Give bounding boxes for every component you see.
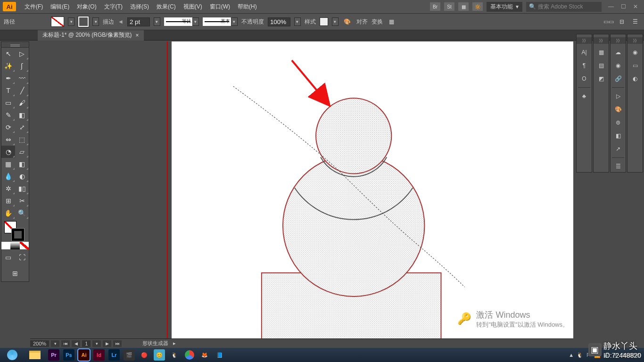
panel-collapse-icon[interactable] bbox=[577, 37, 592, 44]
taskbar-qq-icon[interactable]: 🐧 bbox=[169, 349, 180, 361]
align2-icon[interactable]: ⊟ bbox=[617, 16, 627, 27]
align-label[interactable]: 对齐 bbox=[356, 18, 368, 26]
gpu-icon[interactable]: 🔆 bbox=[472, 2, 483, 11]
symbols-panel-icon[interactable]: ♣ bbox=[578, 90, 590, 102]
canvas[interactable] bbox=[30, 41, 573, 338]
taskbar-notes-icon[interactable]: 📘 bbox=[214, 349, 225, 361]
panel-collapse-icon[interactable] bbox=[611, 37, 626, 44]
taskbar-explorer-icon[interactable] bbox=[25, 349, 44, 361]
last-artboard-icon[interactable]: ⏭ bbox=[113, 340, 122, 347]
tray-flag-icon[interactable]: 🏳 bbox=[586, 352, 591, 358]
libraries-panel-icon[interactable]: ☁ bbox=[612, 47, 624, 58]
export-panel-icon[interactable]: ↗ bbox=[612, 143, 624, 155]
symbol-sprayer-tool[interactable]: ✲ bbox=[1, 182, 15, 195]
graphic-styles-icon[interactable]: ▭ bbox=[629, 60, 641, 71]
fill-stroke-widget[interactable] bbox=[1, 219, 29, 242]
stock-button[interactable]: St bbox=[444, 2, 454, 11]
taskbar-photoshop-icon[interactable]: Ps bbox=[63, 349, 74, 361]
zoom-tool[interactable]: 🔍 bbox=[15, 207, 29, 219]
document-tab[interactable]: 未标题-1* @ 200% (RGB/像素预览) × bbox=[38, 30, 144, 41]
brushes-panel-icon[interactable]: ▷ bbox=[612, 90, 624, 102]
gradient-tool[interactable]: ◧ bbox=[15, 158, 29, 170]
recolor-icon[interactable]: 🎨 bbox=[342, 16, 353, 27]
width-tool[interactable]: ⇔ bbox=[1, 133, 15, 146]
curvature-tool[interactable]: 〰 bbox=[15, 72, 29, 84]
toolbox-grip[interactable] bbox=[1, 42, 29, 48]
taskbar-app-icon[interactable]: 😊 bbox=[154, 349, 165, 361]
tray-up-icon[interactable]: ▲ bbox=[569, 352, 574, 358]
width-profile[interactable]: 等比 bbox=[164, 17, 192, 26]
panel-collapse-icon[interactable] bbox=[594, 37, 609, 44]
stroke-panel-icon[interactable]: ⊚ bbox=[612, 117, 624, 128]
rectangle-tool[interactable]: ▭ bbox=[1, 97, 15, 109]
paragraph-panel-icon[interactable]: ¶ bbox=[578, 60, 590, 71]
taskbar-premiere-icon[interactable]: Pr bbox=[48, 349, 59, 361]
free-transform-tool[interactable]: ⬚ bbox=[15, 133, 29, 146]
gradient-panel-icon[interactable]: ◧ bbox=[612, 130, 624, 141]
stroke-weight-input[interactable] bbox=[127, 17, 150, 26]
pen-tool[interactable]: ✒ bbox=[1, 72, 15, 84]
close-tab-icon[interactable]: × bbox=[136, 32, 139, 39]
stroke-dropdown[interactable] bbox=[92, 17, 99, 26]
taskbar-firefox-icon[interactable]: 🦊 bbox=[199, 349, 210, 361]
transform-flyout-icon[interactable]: ▦ bbox=[387, 16, 397, 27]
tray-ime-icon[interactable]: ㊥ bbox=[613, 352, 618, 359]
menu-file[interactable]: 文件(F) bbox=[22, 2, 46, 12]
menu-select[interactable]: 选择(S) bbox=[127, 2, 152, 12]
color-mode-row[interactable] bbox=[1, 242, 29, 249]
mesh-tool[interactable]: ▦ bbox=[1, 158, 15, 170]
opentype-panel-icon[interactable]: O bbox=[578, 73, 590, 84]
menu-help[interactable]: 帮助(H) bbox=[235, 2, 260, 12]
menu-view[interactable]: 视图(V) bbox=[181, 2, 205, 12]
paintbrush-tool[interactable]: 🖌 bbox=[15, 97, 29, 109]
menu-edit[interactable]: 编辑(E) bbox=[48, 2, 72, 12]
rotate-tool[interactable]: ⟳ bbox=[1, 121, 15, 133]
bridge-button[interactable]: Br bbox=[430, 2, 440, 11]
line-tool[interactable]: ╱ bbox=[15, 84, 29, 97]
links-panel-icon[interactable]: 🔗 bbox=[612, 73, 624, 84]
stroke-color-icon[interactable] bbox=[12, 229, 24, 241]
eyedropper-tool[interactable]: 💧 bbox=[1, 170, 15, 182]
artboard-tool[interactable]: ⊞ bbox=[1, 195, 15, 207]
type-tool[interactable]: T bbox=[1, 84, 15, 97]
direct-selection-tool[interactable]: ▷ bbox=[15, 48, 29, 60]
selection-tool[interactable]: ↖ bbox=[1, 48, 15, 60]
window-minimize[interactable]: — bbox=[605, 2, 617, 11]
taskbar-tray[interactable]: ▲ 🐧 🏳 📶 🔊 ㊥ 2020/5/9 bbox=[569, 352, 641, 359]
fill-dropdown[interactable] bbox=[68, 17, 74, 26]
tray-volume-icon[interactable]: 🔊 bbox=[603, 352, 610, 358]
taskbar-browser-icon[interactable] bbox=[3, 349, 22, 361]
swatches-panel-icon[interactable]: ▦ bbox=[595, 47, 607, 58]
next-artboard-icon[interactable]: ▶ bbox=[103, 340, 111, 347]
tray-qq-icon[interactable]: 🐧 bbox=[577, 352, 583, 358]
zoom-dd[interactable]: ▾ bbox=[51, 340, 59, 347]
menu-object[interactable]: 对象(O) bbox=[74, 2, 99, 12]
lasso-tool[interactable]: ʃ bbox=[15, 60, 29, 72]
shaper-tool[interactable]: ✎ bbox=[1, 109, 15, 121]
search-stock[interactable]: 🔍 搜索 Adobe Stock bbox=[526, 2, 602, 12]
appearance-panel-icon[interactable]: ◉ bbox=[629, 47, 641, 58]
slice-tool[interactable]: ✂ bbox=[15, 195, 29, 207]
taskbar-indesign-icon[interactable]: Id bbox=[93, 349, 105, 361]
menu-effect[interactable]: 效果(C) bbox=[154, 2, 179, 12]
transparency-panel-icon[interactable]: ◐ bbox=[629, 73, 641, 84]
workspace-switcher[interactable]: 基本功能▾ bbox=[487, 2, 522, 12]
first-artboard-icon[interactable]: ⏮ bbox=[61, 340, 70, 347]
window-maximize[interactable]: ☐ bbox=[618, 2, 629, 11]
edit-toolbar-icon[interactable]: ⊞ bbox=[8, 267, 22, 280]
menu-window[interactable]: 窗口(W) bbox=[207, 2, 233, 12]
artboard-number[interactable]: 1 bbox=[82, 340, 91, 347]
menu-icon[interactable]: ☰ bbox=[630, 16, 640, 27]
shape-builder-tool[interactable]: ◔ bbox=[1, 146, 15, 158]
panel-collapse-icon[interactable] bbox=[627, 37, 643, 44]
taskbar-lightroom-icon[interactable]: Lr bbox=[108, 349, 120, 361]
stroke-weight-dd[interactable] bbox=[154, 17, 160, 26]
hand-tool[interactable]: ✋ bbox=[1, 207, 15, 219]
pathfinder-panel-icon[interactable]: ◩ bbox=[595, 73, 607, 84]
brush-def[interactable]: 基本 bbox=[203, 17, 231, 26]
graphic-style[interactable] bbox=[320, 17, 328, 26]
prev-artboard-icon[interactable]: ◀ bbox=[72, 340, 80, 347]
blend-tool[interactable]: ◐ bbox=[15, 170, 29, 182]
layers-panel-icon[interactable]: ☰ bbox=[612, 161, 624, 172]
align-panel-icon[interactable]: ▤ bbox=[595, 60, 607, 71]
